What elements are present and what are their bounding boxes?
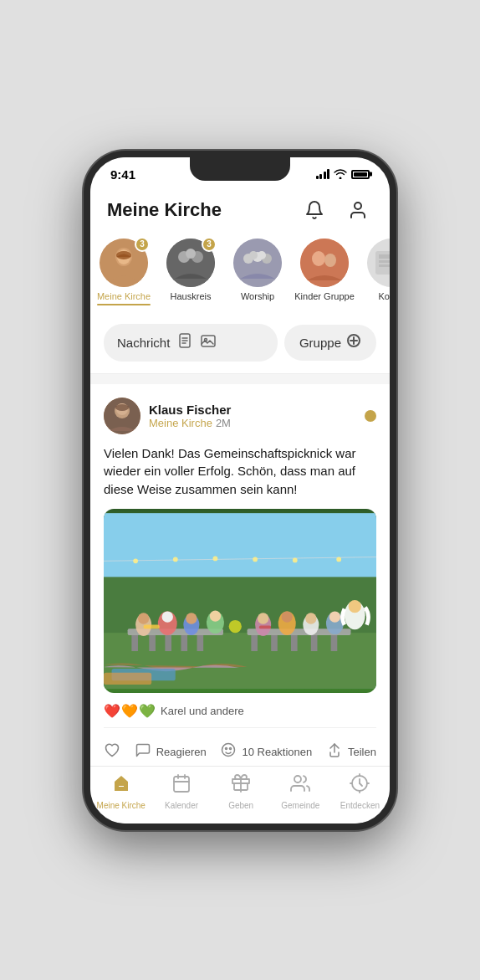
comment-icon — [135, 741, 151, 762]
group-name-1: Meine Kirche — [97, 291, 151, 301]
svg-point-69 — [282, 611, 293, 622]
bottom-nav: Meine Kirche Kalender — [90, 766, 390, 824]
group-avatar-5 — [367, 239, 390, 287]
svg-rect-85 — [174, 777, 189, 792]
nav-item-kalender[interactable]: Kalender — [158, 773, 205, 810]
groups-scroll[interactable]: 3 Meine Kirche — [90, 232, 390, 316]
group-name-5: Kost... — [378, 291, 390, 301]
share-icon — [326, 741, 343, 762]
discover-icon — [350, 773, 370, 798]
svg-rect-53 — [251, 635, 258, 651]
nav-item-geben[interactable]: Geben — [217, 773, 264, 810]
reagieren-label: Reagieren — [156, 746, 207, 758]
status-time: 9:41 — [110, 167, 135, 182]
group-item-kinder-gruppe[interactable]: Kinder Gruppe — [291, 239, 358, 305]
group-avatar-wrap-1: 3 — [100, 239, 148, 287]
group-avatar-img-4 — [300, 239, 349, 287]
reactions-action[interactable]: 10 Reaktionen — [220, 738, 312, 766]
group-name-2: Hauskreis — [171, 291, 212, 301]
post-church: Meine Kirche — [149, 417, 212, 429]
svg-rect-78 — [104, 673, 151, 685]
svg-rect-74 — [144, 624, 160, 629]
svg-rect-27 — [202, 336, 215, 346]
group-item-hauskreis[interactable]: 3 Hauskreis — [157, 239, 224, 305]
svg-point-45 — [336, 557, 341, 562]
action-row: Nachricht — [90, 316, 390, 374]
like-action[interactable] — [104, 738, 120, 766]
post-author-info: Klaus Fischer Meine Kirche 2M — [104, 398, 231, 434]
group-item-kost[interactable]: Kost... — [358, 239, 390, 305]
svg-point-43 — [253, 557, 258, 562]
post-author-name: Klaus Fischer — [149, 403, 231, 417]
nav-label-entdecken: Entdecken — [340, 801, 380, 810]
group-item-meine-kirche[interactable]: 3 Meine Kirche — [90, 239, 157, 305]
comment-action[interactable]: Reagieren — [135, 738, 207, 766]
svg-point-71 — [305, 613, 316, 623]
group-item-worship[interactable]: Worship — [224, 239, 291, 305]
active-underline — [97, 304, 151, 305]
nachricht-button[interactable]: Nachricht — [104, 324, 278, 362]
svg-point-41 — [173, 557, 178, 562]
svg-point-59 — [138, 613, 149, 623]
nav-label-geben: Geben — [228, 801, 253, 810]
heart-icon — [104, 741, 120, 762]
group-avatar-wrap-4 — [300, 239, 349, 287]
svg-rect-55 — [291, 635, 298, 651]
calendar-icon — [171, 773, 191, 798]
give-icon — [231, 773, 251, 798]
reaction-green: 💚 — [139, 703, 156, 719]
group-name-4: Kinder Gruppe — [294, 291, 355, 301]
picnic-scene — [104, 509, 376, 693]
group-avatar-img-3 — [233, 239, 282, 287]
bell-icon — [304, 200, 324, 220]
svg-point-16 — [312, 251, 325, 266]
nav-item-home[interactable]: Meine Kirche — [97, 773, 146, 810]
svg-rect-20 — [379, 254, 390, 259]
group-avatar-wrap-2: 3 — [166, 239, 215, 287]
group-avatar-4 — [300, 239, 349, 287]
notification-button[interactable] — [299, 195, 329, 225]
svg-point-89 — [294, 776, 301, 782]
svg-rect-57 — [331, 635, 338, 651]
status-icons — [316, 169, 370, 179]
group-avatar-3 — [233, 239, 282, 287]
post-body: Vielen Dank! Das Gemeinschaftspicknick w… — [104, 444, 376, 499]
svg-point-44 — [293, 557, 298, 562]
image-icon — [200, 332, 217, 353]
svg-point-14 — [258, 251, 266, 259]
post-image — [104, 509, 376, 693]
app-title: Meine Kirche — [107, 199, 222, 221]
post-status-dot — [365, 410, 376, 422]
post-author-text: Klaus Fischer Meine Kirche 2M — [149, 403, 231, 429]
svg-rect-22 — [379, 264, 390, 267]
header-icons — [299, 195, 373, 225]
post-header: Klaus Fischer Meine Kirche 2M — [104, 398, 376, 434]
svg-point-65 — [210, 610, 221, 621]
profile-button[interactable] — [343, 195, 373, 225]
author-avatar-img — [104, 398, 140, 434]
wifi-icon — [334, 169, 347, 179]
notch — [190, 157, 290, 181]
svg-point-40 — [133, 558, 138, 563]
group-avatar-wrap-5 — [367, 239, 390, 287]
app-header: Meine Kirche — [90, 185, 390, 232]
plus-icon — [346, 333, 361, 352]
svg-point-67 — [258, 613, 268, 623]
svg-point-80 — [349, 600, 361, 613]
nav-item-entdecken[interactable]: Entdecken — [336, 773, 383, 810]
scroll-content[interactable]: Meine Kirche — [90, 185, 390, 766]
nachricht-label: Nachricht — [117, 336, 170, 350]
svg-point-13 — [249, 251, 258, 259]
gruppe-button[interactable]: Gruppe — [284, 325, 376, 361]
svg-rect-49 — [165, 635, 171, 651]
svg-rect-76 — [259, 625, 271, 629]
share-action[interactable]: Teilen — [326, 738, 376, 766]
group-badge-2: 3 — [202, 237, 217, 252]
svg-rect-47 — [131, 635, 138, 651]
actions-row: Reagieren 10 Reaktio — [104, 736, 376, 766]
svg-point-73 — [329, 611, 340, 622]
svg-rect-48 — [149, 635, 156, 651]
reactions-icon — [220, 741, 237, 762]
nav-item-gemeinde[interactable]: Gemeinde — [277, 773, 324, 810]
nav-label-kalender: Kalender — [165, 801, 198, 810]
